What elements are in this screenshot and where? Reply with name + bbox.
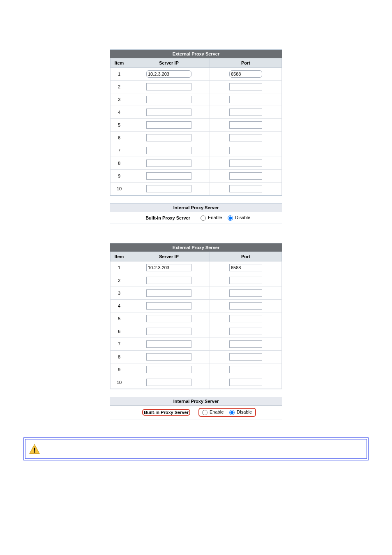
port-input[interactable] xyxy=(229,70,262,78)
server-ip-cell xyxy=(128,81,210,93)
table-row: 10 xyxy=(111,183,282,195)
external-proxy-header: External Proxy Server xyxy=(110,50,282,58)
item-cell: 9 xyxy=(111,363,128,376)
builtin-enable-radio-2[interactable] xyxy=(202,410,208,415)
port-cell xyxy=(210,325,282,338)
server-ip-cell xyxy=(128,68,210,81)
port-cell xyxy=(210,312,282,325)
table-row: 2 xyxy=(111,274,282,287)
port-input[interactable] xyxy=(229,160,262,167)
table-row: 6 xyxy=(111,132,282,144)
col-port: Port xyxy=(210,252,282,261)
port-input[interactable] xyxy=(229,172,262,180)
table-row: 5 xyxy=(111,119,282,132)
server-ip-input[interactable] xyxy=(146,172,191,180)
server-ip-input[interactable] xyxy=(146,96,191,103)
item-cell: 6 xyxy=(111,132,128,144)
item-cell: 3 xyxy=(111,287,128,300)
server-ip-input[interactable] xyxy=(146,264,191,271)
internal-proxy-header: Internal Proxy Server xyxy=(110,204,282,212)
table-row: 2 xyxy=(111,81,282,93)
port-input[interactable] xyxy=(229,185,262,192)
server-ip-input[interactable] xyxy=(146,340,191,348)
port-input[interactable] xyxy=(229,366,262,373)
server-ip-input[interactable] xyxy=(146,83,191,90)
table-row: 1 xyxy=(111,68,282,81)
port-input[interactable] xyxy=(229,96,262,103)
port-input[interactable] xyxy=(229,83,262,90)
svg-rect-1 xyxy=(34,448,35,451)
server-ip-cell xyxy=(128,376,210,389)
port-cell xyxy=(210,338,282,351)
external-proxy-table-2: Item Server IP Port 12345678910 xyxy=(110,252,282,389)
server-ip-input[interactable] xyxy=(146,109,191,116)
item-cell: 4 xyxy=(111,106,128,119)
port-input[interactable] xyxy=(229,147,262,154)
item-cell: 5 xyxy=(111,312,128,325)
item-cell: 5 xyxy=(111,119,128,132)
port-input[interactable] xyxy=(229,134,262,141)
col-item: Item xyxy=(111,252,128,261)
builtin-enable-radio-1[interactable] xyxy=(201,215,206,221)
item-cell: 10 xyxy=(111,183,128,195)
item-cell: 7 xyxy=(111,144,128,157)
internal-proxy-header-2: Internal Proxy Server xyxy=(110,397,282,406)
server-ip-input[interactable] xyxy=(146,366,191,373)
port-input[interactable] xyxy=(229,353,262,361)
server-ip-input[interactable] xyxy=(146,160,191,167)
server-ip-input[interactable] xyxy=(146,353,191,361)
server-ip-input[interactable] xyxy=(146,70,191,78)
table-row: 8 xyxy=(111,157,282,170)
port-cell xyxy=(210,144,282,157)
external-proxy-panel-1: External Proxy Server Item Server IP Por… xyxy=(110,49,282,196)
server-ip-input[interactable] xyxy=(146,134,191,141)
table-row: 6 xyxy=(111,325,282,338)
server-ip-cell xyxy=(128,119,210,132)
server-ip-cell xyxy=(128,261,210,274)
item-cell: 10 xyxy=(111,376,128,389)
col-port: Port xyxy=(210,58,282,68)
server-ip-input[interactable] xyxy=(146,121,191,129)
builtin-proxy-radios-1: Enable Disable xyxy=(196,212,282,224)
server-ip-input[interactable] xyxy=(146,315,191,322)
disable-label: Disable xyxy=(235,215,250,220)
port-input[interactable] xyxy=(229,289,262,297)
server-ip-input[interactable] xyxy=(146,185,191,192)
server-ip-input[interactable] xyxy=(146,147,191,154)
table-row: 9 xyxy=(111,170,282,183)
table-row: 7 xyxy=(111,338,282,351)
port-input[interactable] xyxy=(229,277,262,284)
port-input[interactable] xyxy=(229,264,262,271)
port-input[interactable] xyxy=(229,340,262,348)
server-ip-input[interactable] xyxy=(146,277,191,284)
port-input[interactable] xyxy=(229,109,262,116)
table-row: 10 xyxy=(111,376,282,389)
builtin-proxy-label-2: Built-in Proxy Server xyxy=(144,410,189,415)
builtin-disable-radio-2[interactable] xyxy=(229,410,235,415)
table-row: 7 xyxy=(111,144,282,157)
external-proxy-table-1: Item Server IP Port 12345678910 xyxy=(110,58,282,195)
table-row: 5 xyxy=(111,312,282,325)
item-cell: 1 xyxy=(111,68,128,81)
port-input[interactable] xyxy=(229,315,262,322)
col-server-ip: Server IP xyxy=(128,252,210,261)
builtin-disable-radio-1[interactable] xyxy=(228,215,233,221)
server-ip-input[interactable] xyxy=(146,328,191,335)
port-input[interactable] xyxy=(229,328,262,335)
svg-point-2 xyxy=(34,451,35,453)
port-cell xyxy=(210,300,282,312)
port-input[interactable] xyxy=(229,121,262,129)
item-cell: 9 xyxy=(111,170,128,183)
port-input[interactable] xyxy=(229,379,262,386)
server-ip-input[interactable] xyxy=(146,289,191,297)
table-row: 1 xyxy=(111,261,282,274)
port-cell xyxy=(210,183,282,195)
server-ip-input[interactable] xyxy=(146,379,191,386)
server-ip-input[interactable] xyxy=(146,302,191,310)
item-cell: 2 xyxy=(111,274,128,287)
builtin-proxy-highlight: Built-in Proxy Server xyxy=(142,409,190,416)
port-cell xyxy=(210,274,282,287)
port-input[interactable] xyxy=(229,302,262,310)
table-row: 8 xyxy=(111,351,282,363)
port-cell xyxy=(210,170,282,183)
